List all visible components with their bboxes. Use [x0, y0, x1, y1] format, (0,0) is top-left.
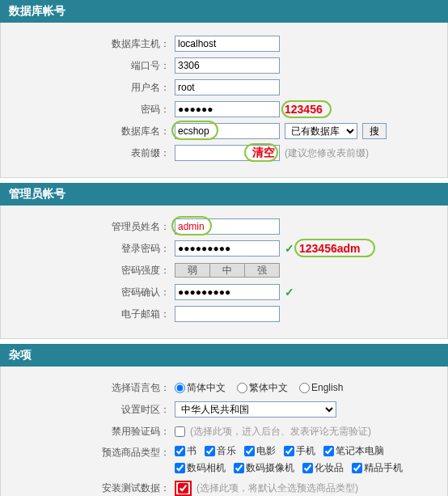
search-db-button[interactable]: 搜	[362, 123, 387, 139]
checkbox-testdata[interactable]	[178, 483, 188, 494]
input-db-pass[interactable]	[175, 101, 280, 117]
radio-lang-en[interactable]	[299, 383, 310, 393]
annotation-admin-pass-value: 123456adm	[299, 242, 361, 255]
annotation-db-pass-value: 123456	[285, 103, 323, 116]
section-title: 数据库帐号	[9, 4, 66, 17]
input-email[interactable]	[175, 306, 280, 322]
checkbox-cat-cosmetic[interactable]	[302, 463, 313, 473]
check-icon: ✓	[285, 242, 294, 255]
section-title: 管理员帐号	[9, 187, 66, 200]
select-existing-db[interactable]: 已有数据库	[285, 123, 357, 139]
label-timezone: 设置时区：	[1, 403, 175, 417]
section-title: 杂项	[9, 348, 32, 361]
label-disable-captcha: 禁用验证码：	[1, 425, 175, 439]
checkbox-cat-music[interactable]	[205, 446, 215, 456]
checkbox-cat-movie[interactable]	[244, 446, 255, 456]
checkbox-cat-mobile[interactable]	[284, 446, 294, 456]
label-db-port: 端口号：	[1, 59, 175, 73]
input-db-user[interactable]	[175, 79, 280, 95]
label-db-name: 数据库名：	[1, 125, 175, 138]
checkbox-cat-camera[interactable]	[175, 463, 185, 473]
section-header-admin: 管理员帐号	[0, 183, 448, 206]
label-language: 选择语言包：	[1, 381, 175, 395]
input-db-port[interactable]	[175, 57, 280, 74]
strength-weak: 弱	[175, 264, 210, 277]
goods-type-group: 书 音乐 电影 手机 笔记本电脑 数码相机 数码摄像机 化妆品 精品手机	[175, 444, 425, 475]
hint-testdata: (选择此项，将默认全选预选商品类型)	[197, 481, 358, 495]
label-admin-pass: 登录密码：	[1, 242, 175, 256]
section-body-admin: 管理员姓名： 登录密码： ✓ 123456adm 密码强度： 弱 中 强	[0, 206, 448, 339]
radio-lang-cn[interactable]	[175, 383, 185, 393]
hint-captcha: (选择此项，进入后台、发表评论无需验证)	[190, 425, 371, 439]
input-admin-pass[interactable]	[175, 240, 280, 256]
label-db-user: 用户名：	[1, 81, 175, 95]
check-icon: ✓	[285, 286, 294, 299]
label-goods-type: 预选商品类型：	[1, 444, 175, 460]
checkbox-cat-luxmobile[interactable]	[352, 463, 362, 473]
checkbox-cat-dv[interactable]	[234, 463, 244, 473]
hint-prefix: (建议您修改表前缀)	[285, 146, 369, 160]
input-db-name[interactable]	[175, 123, 280, 139]
annotation-red-box-testdata	[175, 481, 192, 496]
annotation-prefix-clear: 清空	[252, 146, 275, 160]
section-header-misc: 杂项	[0, 344, 448, 367]
select-timezone[interactable]: 中华人民共和国	[175, 401, 336, 418]
label-db-pass: 密码：	[1, 103, 175, 117]
label-pass-confirm: 密码确认：	[1, 286, 175, 299]
input-pass-confirm[interactable]	[175, 284, 280, 300]
section-header-database: 数据库帐号	[0, 0, 448, 23]
label-pass-strength: 密码强度：	[1, 264, 175, 278]
label-email: 电子邮箱：	[1, 307, 175, 321]
label-testdata: 安装测试数据：	[1, 481, 175, 495]
input-admin-name[interactable]	[175, 218, 280, 235]
checkbox-cat-laptop[interactable]	[323, 446, 334, 456]
strength-strong: 强	[245, 264, 279, 277]
section-body-misc: 选择语言包： 简体中文 繁体中文 English 设置时区： 中华人民共和国 禁…	[0, 367, 448, 496]
checkbox-disable-captcha[interactable]	[175, 426, 185, 437]
radio-lang-tw[interactable]	[237, 383, 247, 393]
strength-mid: 中	[210, 264, 245, 277]
label-db-host: 数据库主机：	[1, 37, 175, 51]
input-db-host[interactable]	[175, 36, 280, 52]
section-body-database: 数据库主机： 端口号： 用户名： 密码： 123456 数据库名： 已有数据库	[0, 23, 448, 178]
label-table-prefix: 表前缀：	[1, 146, 175, 160]
checkbox-cat-book[interactable]	[175, 446, 185, 456]
label-admin-name: 管理员姓名：	[1, 220, 175, 234]
password-strength-bar: 弱 中 强	[175, 263, 280, 278]
